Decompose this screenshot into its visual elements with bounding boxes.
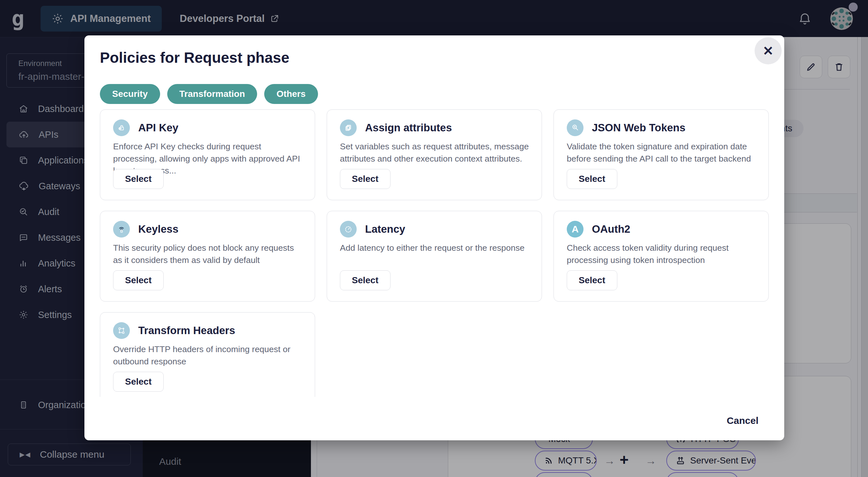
dialog-title: Policies for Request phase [100, 49, 289, 66]
transform-headers-icon [113, 322, 130, 339]
latency-icon [340, 221, 357, 238]
select-button[interactable]: Select [340, 270, 391, 290]
select-button[interactable]: Select [113, 372, 164, 392]
policy-description: Check access token validity during reque… [567, 242, 757, 266]
policy-card-header: Latency [340, 221, 405, 238]
select-button[interactable]: Select [567, 169, 617, 189]
policy-card-header: Transform Headers [113, 322, 235, 339]
policy-filter-chips: SecurityTransformationOthers [100, 84, 318, 104]
cancel-button[interactable]: Cancel [727, 415, 758, 426]
policy-card-header: Assign attributes [340, 120, 452, 136]
policy-card-header: JSON Web Tokens [567, 120, 685, 136]
policy-card-header: Keyless [113, 221, 179, 238]
policy-description: Validate the token signature and expirat… [567, 141, 757, 165]
policy-description: Set variables such as request attributes… [340, 141, 530, 165]
policy-name: Keyless [138, 223, 179, 235]
policy-description: This security policy does not block any … [113, 242, 303, 266]
filter-chip-security[interactable]: Security [100, 84, 160, 104]
policy-card-transform-headers: Transform HeadersOverride HTTP headers o… [100, 312, 315, 397]
policies-dialog: Policies for Request phase ✕ SecurityTra… [85, 35, 784, 440]
keyless-icon [113, 221, 130, 238]
close-icon[interactable]: ✕ [754, 37, 782, 64]
policy-card-json-web-tokens: JSON Web TokensValidate the token signat… [554, 109, 769, 200]
policy-name: Latency [365, 223, 405, 235]
filter-chip-others[interactable]: Others [264, 84, 318, 104]
policy-name: API Key [138, 122, 179, 134]
policy-card-header: AOAuth2 [567, 221, 630, 238]
select-button[interactable]: Select [340, 169, 391, 189]
policy-name: Assign attributes [365, 122, 452, 134]
select-button[interactable]: Select [567, 270, 617, 290]
filter-chip-transformation[interactable]: Transformation [167, 84, 257, 104]
policy-name: JSON Web Tokens [592, 122, 685, 134]
policy-card-latency: LatencyAdd latency to either the request… [327, 211, 542, 302]
policy-name: Transform Headers [138, 325, 235, 337]
api-key-icon [113, 120, 130, 136]
policy-card-oauth2: AOAuth2Check access token validity durin… [554, 211, 769, 302]
policy-card-header: API Key [113, 120, 179, 136]
policy-card-keyless: KeylessThis security policy does not blo… [100, 211, 315, 302]
jwt-icon [567, 120, 584, 136]
policy-description: Override HTTP headers of incoming reques… [113, 343, 303, 368]
policy-name: OAuth2 [592, 223, 630, 235]
select-button[interactable]: Select [113, 270, 164, 290]
policy-card-grid: API KeyEnforce API Key checks during req… [100, 109, 769, 397]
select-button[interactable]: Select [113, 169, 164, 189]
assign-attributes-icon [340, 120, 357, 136]
oauth2-icon: A [567, 221, 584, 238]
policy-card-assign-attributes: Assign attributesSet variables such as r… [327, 109, 542, 200]
policy-card-api-key: API KeyEnforce API Key checks during req… [100, 109, 315, 200]
policy-description: Add latency to either the request or the… [340, 242, 530, 254]
